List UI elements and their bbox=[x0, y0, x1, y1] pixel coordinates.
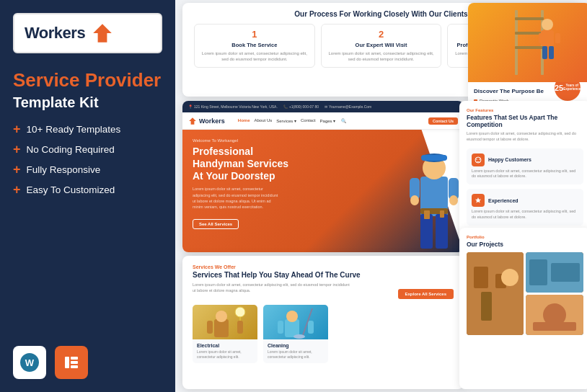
service-card-electrical: Electrical Lorem ipsum dolor sit amet, c… bbox=[193, 305, 257, 363]
feature-item-4: + Easy To Customized bbox=[13, 183, 162, 196]
hero-topbar: 📍 121 King Street, Melbourne Victoria Ne… bbox=[182, 101, 464, 112]
nav-home[interactable]: Home bbox=[238, 118, 250, 123]
svg-rect-6 bbox=[71, 365, 78, 368]
hero-title: Professional Handyman Services At Your D… bbox=[193, 146, 294, 182]
svg-rect-9 bbox=[515, 17, 544, 20]
badge-years: 25 bbox=[555, 84, 563, 92]
logo-text: Workers bbox=[25, 24, 85, 43]
service-provider-heading: Service Provider bbox=[0, 53, 175, 92]
elementor-icon bbox=[61, 352, 81, 373]
svg-rect-48 bbox=[467, 252, 524, 335]
step-num-1: 1 bbox=[200, 29, 309, 40]
project-image-1 bbox=[467, 252, 524, 335]
svg-rect-45 bbox=[308, 321, 314, 334]
svg-rect-22 bbox=[421, 155, 447, 161]
hero-nav: Workers Home About Us Services ▾ Contact… bbox=[182, 112, 464, 130]
cleaning-desc: Lorem ipsum dolor sit amet, consectetur … bbox=[268, 349, 324, 360]
svg-rect-30 bbox=[424, 210, 430, 219]
step-num-2: 2 bbox=[327, 29, 436, 40]
feature-label-4: Easy To Customized bbox=[27, 184, 115, 195]
nav-services[interactable]: Services ▾ bbox=[276, 118, 296, 123]
feature-item-3: + Fully Responsive bbox=[13, 163, 162, 176]
feature-label-1: 10+ Ready Templates bbox=[27, 124, 121, 135]
cleaning-card-content: Cleaning Lorem ipsum dolor sit amet, con… bbox=[263, 339, 328, 363]
hero-nav-logo: Workers bbox=[188, 117, 225, 125]
svg-point-51 bbox=[501, 269, 518, 286]
nav-pages[interactable]: Pages ▾ bbox=[320, 118, 336, 123]
feature-card-desc-1: Lorem ipsum dolor sit amet, consectetur … bbox=[472, 169, 578, 179]
plus-icon-2: + bbox=[13, 143, 21, 156]
project-image-3 bbox=[526, 295, 583, 335]
svg-point-40 bbox=[235, 307, 245, 317]
svg-marker-35 bbox=[475, 197, 481, 203]
explore-services-btn[interactable]: Explore All Services bbox=[398, 289, 454, 299]
feature-item-1: + 10+ Ready Templates bbox=[13, 122, 162, 135]
svg-rect-55 bbox=[551, 263, 580, 282]
worker-person-illustration bbox=[410, 141, 460, 252]
services-cards-row: Electrical Lorem ipsum dolor sit amet, c… bbox=[193, 305, 454, 363]
step-desc-2: Lorem ipsum dolor sit amet, consectetur … bbox=[327, 50, 436, 63]
electrical-illustration bbox=[193, 305, 257, 339]
svg-rect-24 bbox=[420, 214, 433, 249]
hero-cta-btn[interactable]: See All Services bbox=[193, 219, 239, 229]
svg-rect-4 bbox=[71, 357, 78, 360]
feature-card-title-1: Happy Customers bbox=[472, 153, 578, 166]
services-top-row: Services We Offer Services That Help You… bbox=[193, 264, 454, 299]
svg-marker-18 bbox=[189, 117, 196, 125]
services-text-block: Services We Offer Services That Help You… bbox=[193, 264, 361, 299]
wordpress-badge: W bbox=[13, 346, 46, 379]
email-icon: ✉ bbox=[325, 104, 327, 109]
svg-rect-17 bbox=[549, 46, 554, 59]
projects-title: Our Projects bbox=[467, 241, 583, 248]
features-title: Features That Set Us Apart The Competiti… bbox=[467, 114, 583, 128]
svg-rect-25 bbox=[436, 214, 448, 249]
svg-rect-49 bbox=[474, 267, 488, 288]
topbar-email: ✉ Yourname@Example.Com bbox=[325, 104, 371, 109]
worker-ladder-illustration bbox=[486, 3, 573, 82]
nav-contact[interactable]: Contact bbox=[301, 118, 316, 123]
svg-point-33 bbox=[476, 159, 477, 160]
cleaning-illustration bbox=[263, 305, 328, 339]
left-panel: Workers Service Provider Template Kit + … bbox=[0, 0, 175, 392]
svg-point-28 bbox=[410, 195, 419, 205]
project-image-2 bbox=[526, 252, 583, 293]
happy-customers-icon bbox=[472, 153, 485, 166]
svg-rect-38 bbox=[207, 321, 213, 334]
template-kit-heading: Template Kit bbox=[0, 92, 175, 122]
cleaning-image bbox=[263, 305, 328, 339]
feature-item-2: + No Coding Required bbox=[13, 143, 162, 156]
svg-text:W: W bbox=[25, 357, 35, 368]
logo-area[interactable]: Workers bbox=[13, 13, 162, 53]
screenshot-hero: 📍 121 King Street, Melbourne Victoria Ne… bbox=[182, 101, 464, 252]
electrical-desc: Lorem ipsum dolor sit amet, consectetur … bbox=[197, 349, 253, 360]
feature-card-2: Experienced Lorem ipsum dolor sit amet, … bbox=[467, 189, 583, 225]
svg-point-34 bbox=[479, 159, 480, 160]
nav-logo-icon bbox=[188, 117, 197, 125]
topbar-phone: 📞 +1(800) 000-07 80 bbox=[283, 104, 319, 109]
svg-rect-5 bbox=[71, 361, 78, 364]
feature-label-2: No Coding Required bbox=[27, 144, 115, 155]
project-thumb-2 bbox=[526, 252, 583, 293]
feature-label-3: Fully Responsive bbox=[27, 164, 101, 175]
nav-about[interactable]: About Us bbox=[255, 118, 273, 123]
electrical-card-content: Electrical Lorem ipsum dolor sit amet, c… bbox=[193, 339, 257, 363]
svg-point-43 bbox=[286, 311, 298, 322]
search-icon[interactable]: 🔍 bbox=[341, 118, 346, 123]
svg-point-47 bbox=[294, 334, 305, 339]
plus-icon-4: + bbox=[13, 183, 21, 196]
discover-image bbox=[468, 3, 587, 82]
features-label: Our Features bbox=[467, 108, 583, 112]
electrical-image bbox=[193, 305, 257, 339]
services-desc: Lorem ipsum dolor sit amet, consectetur … bbox=[193, 282, 351, 293]
feature-card-desc-2: Lorem ipsum dolor sit amet, consectetur … bbox=[472, 209, 578, 220]
process-step-1: 1 Book The Service Lorem ipsum dolor sit… bbox=[194, 24, 315, 68]
hero-worker-image bbox=[410, 141, 460, 252]
project-thumb-1 bbox=[467, 252, 524, 335]
hero-contact-btn[interactable]: Contact Us bbox=[428, 117, 458, 125]
screenshot-projects: Portfolio Our Projects bbox=[459, 228, 587, 389]
feature-card-title-2: Experienced bbox=[472, 194, 578, 207]
project-thumb-3 bbox=[526, 295, 583, 335]
bottom-badges: W bbox=[13, 346, 88, 379]
svg-rect-31 bbox=[440, 210, 444, 218]
process-step-2: 2 Our Expert Will Visit Lorem ipsum dolo… bbox=[321, 24, 442, 68]
